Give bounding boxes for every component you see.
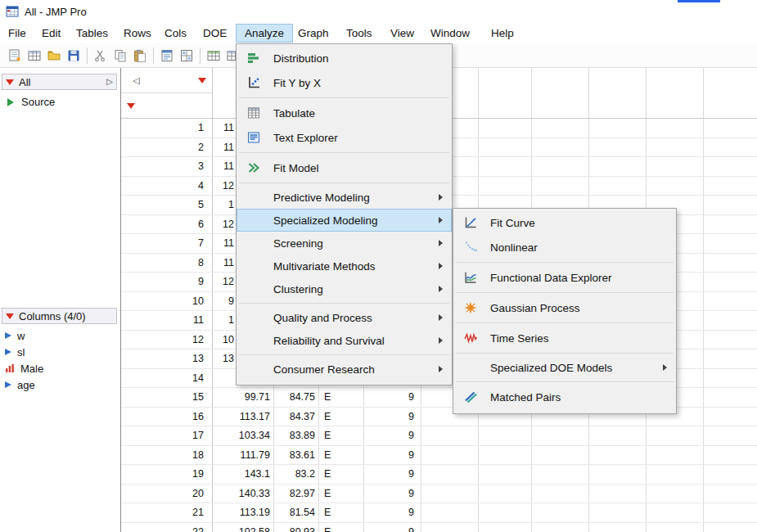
cell-empty[interactable]: [479, 485, 532, 503]
row-number[interactable]: 20: [121, 485, 213, 503]
menu-item-matched-pairs[interactable]: Matched Pairs: [453, 385, 676, 409]
cell-empty[interactable]: [479, 503, 532, 522]
cell-age[interactable]: 9: [364, 388, 421, 407]
menu-doe[interactable]: DOE: [203, 25, 227, 42]
cell-empty[interactable]: [532, 485, 589, 503]
menu-item-consumer-research[interactable]: Consumer Research: [237, 358, 452, 381]
cell-empty[interactable]: [704, 426, 757, 445]
cell-empty[interactable]: [704, 234, 757, 253]
cell-empty[interactable]: [647, 177, 704, 196]
menu-view[interactable]: View: [390, 25, 414, 42]
collapse-right-icon[interactable]: ▷: [106, 78, 113, 86]
cell-age[interactable]: 9: [364, 503, 421, 522]
cell-empty[interactable]: [589, 523, 647, 532]
menu-item-functional-data-explorer[interactable]: Functional Data Explorer: [453, 265, 676, 290]
table-row[interactable]: 19 143.1 83.2 E 9: [121, 465, 757, 485]
column-header-cell[interactable]: [532, 68, 589, 118]
cell-empty[interactable]: [479, 465, 532, 484]
report-page-icon[interactable]: [157, 46, 177, 65]
cell-empty[interactable]: [421, 446, 479, 465]
cell-male[interactable]: E: [319, 503, 364, 522]
menu-cols[interactable]: Cols: [164, 25, 187, 42]
row-number[interactable]: 16: [121, 408, 213, 426]
column-item-male[interactable]: Male: [5, 362, 43, 375]
menu-help[interactable]: Help: [491, 25, 514, 42]
cell-empty[interactable]: [479, 426, 532, 445]
cell-empty[interactable]: [704, 331, 757, 349]
cell-empty[interactable]: [704, 157, 757, 176]
cell-empty[interactable]: [704, 138, 757, 157]
row-number[interactable]: 15: [121, 388, 213, 407]
cell-sl[interactable]: 84.37: [274, 408, 319, 426]
cell-empty[interactable]: [532, 523, 589, 532]
row-number[interactable]: 1: [121, 119, 213, 138]
menu-item-fit-curve[interactable]: Fit Curve: [453, 210, 676, 235]
cell-empty[interactable]: [704, 408, 757, 426]
cell-sl[interactable]: 83.2: [274, 465, 319, 484]
cell-empty[interactable]: [479, 119, 532, 138]
cell-sl[interactable]: 84.75: [274, 388, 319, 407]
menu-item-fit-y-by-x[interactable]: Fit Y by X: [237, 70, 452, 95]
cell-empty[interactable]: [479, 446, 532, 465]
row-number[interactable]: 14: [121, 369, 213, 388]
cell-sl[interactable]: 80.93: [274, 523, 319, 532]
menu-edit[interactable]: Edit: [42, 25, 61, 42]
cell-age[interactable]: 9: [364, 426, 421, 445]
cell-empty[interactable]: [421, 523, 479, 532]
cell-empty[interactable]: [647, 446, 704, 465]
cell-sl[interactable]: 83.61: [274, 446, 319, 465]
cell-male[interactable]: E: [319, 523, 364, 532]
cell-empty[interactable]: [704, 311, 757, 330]
cell-sl[interactable]: 82.97: [274, 485, 319, 503]
menu-item-nonlinear[interactable]: Nonlinear: [453, 235, 676, 259]
row-number[interactable]: 12: [121, 331, 213, 349]
cell-empty[interactable]: [704, 119, 757, 138]
table-row[interactable]: 18 111.79 83.61 E 9: [121, 446, 757, 466]
cell-w[interactable]: 143.1: [213, 465, 274, 484]
row-number[interactable]: 9: [121, 273, 213, 291]
cell-empty[interactable]: [479, 523, 532, 532]
menu-item-specialized-doe-models[interactable]: Specialized DOE Models: [453, 356, 676, 379]
cell-empty[interactable]: [704, 177, 757, 196]
cell-w[interactable]: 102.58: [213, 523, 274, 532]
row-number[interactable]: 8: [121, 254, 213, 273]
cell-age[interactable]: 9: [364, 523, 421, 532]
row-number[interactable]: 18: [121, 446, 213, 465]
cell-empty[interactable]: [647, 503, 704, 522]
cell-empty[interactable]: [704, 215, 757, 234]
menu-file[interactable]: File: [8, 25, 26, 42]
cell-empty[interactable]: [421, 485, 479, 503]
cell-empty[interactable]: [532, 503, 589, 522]
column-item-w[interactable]: w: [5, 329, 25, 342]
cell-sl[interactable]: 81.54: [274, 503, 319, 522]
cell-empty[interactable]: [479, 177, 532, 196]
menu-item-gaussian-process[interactable]: Gaussian Process: [453, 295, 676, 320]
table-row[interactable]: 21 113.19 81.54 E 9: [121, 503, 757, 523]
column-header-cell[interactable]: [704, 68, 757, 118]
column-item-sl[interactable]: sl: [5, 345, 25, 358]
cell-w[interactable]: 103.34: [213, 426, 274, 445]
cell-empty[interactable]: [589, 465, 647, 484]
table-row[interactable]: 17 103.34 83.89 E 9: [121, 426, 757, 446]
cell-empty[interactable]: [421, 465, 479, 484]
cell-empty[interactable]: [421, 503, 479, 522]
cell-empty[interactable]: [704, 273, 757, 291]
menu-item-text-explorer[interactable]: Text Explorer: [237, 125, 452, 150]
save-icon[interactable]: [64, 46, 83, 65]
cell-empty[interactable]: [704, 349, 757, 368]
column-header-cell[interactable]: [479, 68, 532, 118]
cell-w[interactable]: 99.71: [213, 388, 274, 407]
cell-empty[interactable]: [532, 157, 589, 176]
row-number[interactable]: 17: [121, 426, 213, 445]
table-row[interactable]: 22 102.58 80.93 E 9: [121, 523, 757, 532]
cell-empty[interactable]: [532, 465, 589, 484]
cell-empty[interactable]: [704, 523, 757, 532]
row-number[interactable]: 6: [121, 215, 213, 234]
cell-empty[interactable]: [647, 138, 704, 157]
cell-age[interactable]: 9: [364, 446, 421, 465]
cell-empty[interactable]: [647, 157, 704, 176]
cell-male[interactable]: E: [319, 485, 364, 503]
open-icon[interactable]: [44, 46, 64, 65]
cell-empty[interactable]: [704, 388, 757, 407]
row-number[interactable]: 19: [121, 465, 213, 484]
